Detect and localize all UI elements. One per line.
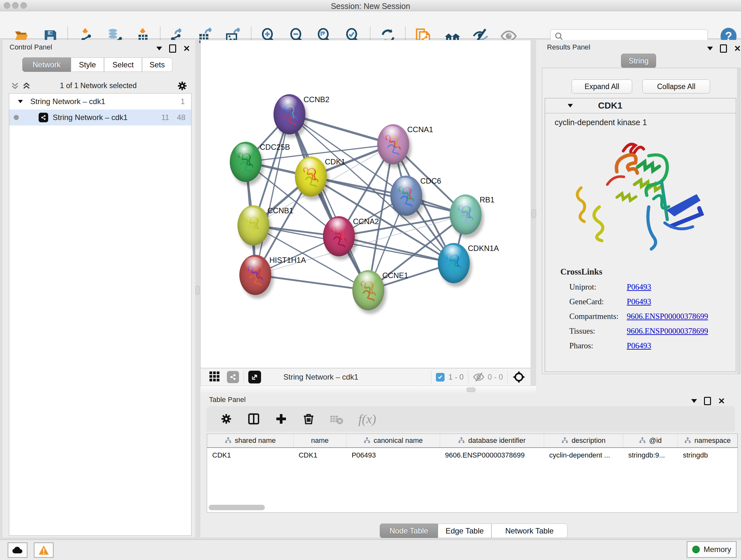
protein-result-card: CDK1 cyclin-dependent kinase 1 bbox=[545, 98, 736, 372]
cell-id[interactable]: stringdb:9... bbox=[623, 451, 678, 459]
tab-string[interactable]: String bbox=[621, 54, 656, 68]
network-tree: String Network – cdk1 1 String Network –… bbox=[9, 93, 192, 536]
warnings-button[interactable] bbox=[34, 543, 54, 558]
expand-all-button[interactable]: Expand All bbox=[571, 79, 632, 94]
fit-selection-crosshair-icon[interactable] bbox=[512, 370, 526, 384]
column-header-id[interactable]: @id bbox=[623, 434, 678, 447]
table-row[interactable]: CDK1CDK1P064939606.ENSP00000378699cyclin… bbox=[207, 448, 738, 462]
crosslink-link-tissues[interactable]: 9606.ENSP00000378699 bbox=[627, 327, 708, 335]
node-gloss-highlight bbox=[242, 207, 262, 223]
sitemap-icon bbox=[225, 437, 232, 444]
table-panel: Table Panel ✕ f(x) shared namenamecanoni… bbox=[200, 393, 741, 537]
network-node-ccne1[interactable] bbox=[352, 270, 384, 310]
horizontal-splitter-handle[interactable] bbox=[467, 388, 475, 392]
column-header-shared-name[interactable]: shared name bbox=[207, 434, 293, 447]
table-panel-close-icon[interactable]: ✕ bbox=[718, 398, 725, 404]
network-tree-root-row[interactable]: String Network – cdk1 1 bbox=[9, 94, 191, 110]
string-panel-toggle-icon[interactable] bbox=[227, 371, 239, 383]
crosslink-link-compartments[interactable]: 9606.ENSP00000378699 bbox=[627, 312, 708, 321]
cell-canonical-name[interactable]: P06493 bbox=[347, 451, 440, 459]
network-node-cdc25b[interactable] bbox=[230, 142, 262, 182]
node-gloss-highlight bbox=[278, 96, 298, 111]
network-label: String Network – cdk1 bbox=[53, 113, 128, 122]
node-table[interactable]: shared namenamecanonical namedatabase id… bbox=[207, 434, 738, 513]
sitemap-icon bbox=[639, 437, 646, 444]
show-columns-icon[interactable] bbox=[247, 413, 260, 425]
network-node-ccna1[interactable] bbox=[377, 124, 409, 165]
expand-all-networks-icon[interactable] bbox=[22, 81, 31, 91]
create-column-plus-icon[interactable] bbox=[275, 413, 287, 425]
control-panel-float-icon[interactable] bbox=[169, 44, 176, 53]
tab-select[interactable]: Select bbox=[104, 57, 142, 72]
node-gloss-highlight bbox=[234, 144, 254, 159]
birds-eye-view-icon[interactable] bbox=[209, 371, 220, 383]
network-view-canvas[interactable]: CCNB2CCNA1CDC25BCDK1CDC6RB1CCNB1CCNA2CDK… bbox=[200, 40, 531, 368]
tab-node-table[interactable]: Node Table bbox=[380, 523, 438, 538]
cell-namespace[interactable]: stringdb bbox=[678, 451, 738, 459]
table-tabs: Node Table Edge Table Network Table bbox=[380, 523, 567, 538]
cell-description[interactable]: cyclin-dependent ... bbox=[544, 451, 623, 459]
control-panel-menu-icon[interactable] bbox=[156, 47, 162, 51]
node-gloss-highlight bbox=[327, 218, 347, 233]
network-node-cdk1[interactable] bbox=[295, 157, 327, 197]
results-panel-close-icon[interactable]: ✕ bbox=[734, 45, 741, 52]
results-scrollbar-track[interactable] bbox=[737, 68, 740, 374]
selected-checkbox-icon[interactable] bbox=[436, 373, 445, 381]
tab-sets[interactable]: Sets bbox=[142, 57, 172, 72]
network-node-hist1h1a[interactable] bbox=[239, 255, 271, 295]
table-panel-menu-icon[interactable] bbox=[691, 399, 697, 403]
network-node-ccnb1[interactable] bbox=[238, 205, 269, 246]
vertical-splitter-handle[interactable] bbox=[532, 209, 536, 218]
tab-edge-table[interactable]: Edge Table bbox=[438, 523, 491, 538]
column-header-description[interactable]: description bbox=[544, 434, 623, 447]
network-options-gear-icon[interactable] bbox=[177, 80, 188, 93]
protein-name: CDK1 bbox=[598, 101, 622, 111]
column-header-name[interactable]: name bbox=[293, 434, 347, 447]
cell-database-identifier[interactable]: 9606.ENSP00000378699 bbox=[440, 451, 544, 459]
table-panel-float-icon[interactable] bbox=[704, 397, 711, 405]
cell-shared-name[interactable]: CDK1 bbox=[207, 451, 293, 459]
edge-count: 48 bbox=[177, 113, 185, 122]
network-selection-summary: 1 of 1 Network selected bbox=[35, 81, 162, 90]
collapse-all-button[interactable]: Collapse All bbox=[643, 79, 710, 94]
column-header-label: description bbox=[571, 436, 605, 445]
tab-style[interactable]: Style bbox=[71, 57, 104, 72]
crosslink-link-genecard[interactable]: P06493 bbox=[627, 297, 651, 306]
window-titlebar: Session: New Session bbox=[0, 0, 741, 11]
main-toolbar: ? bbox=[0, 11, 741, 39]
network-node-rb1[interactable] bbox=[450, 194, 482, 235]
crosslink-row: Pharos:P06493 bbox=[569, 338, 729, 353]
table-horizontal-scrollbar[interactable] bbox=[209, 505, 265, 510]
open-in-new-window-icon[interactable] bbox=[248, 371, 261, 383]
network-tree-row-selected[interactable]: String Network – cdk1 11 48 bbox=[9, 110, 191, 125]
tab-network[interactable]: Network bbox=[22, 57, 71, 72]
column-header-database-identifier[interactable]: database identifier bbox=[440, 434, 544, 447]
results-panel-float-icon[interactable] bbox=[720, 44, 727, 53]
hidden-eye-slash-icon[interactable] bbox=[473, 372, 484, 382]
cloud-status-button[interactable] bbox=[8, 543, 27, 558]
footer-separator bbox=[508, 371, 508, 383]
collapse-all-networks-icon[interactable] bbox=[10, 81, 20, 91]
node-label-cdc6: CDC6 bbox=[420, 177, 441, 186]
crosslink-link-uniprot[interactable]: P06493 bbox=[627, 283, 651, 292]
table-panel-title: Table Panel bbox=[209, 395, 246, 404]
vertical-splitter-handle[interactable] bbox=[195, 286, 200, 295]
memory-button[interactable]: Memory bbox=[687, 541, 737, 558]
crosslink-label: GeneCard: bbox=[569, 297, 627, 306]
column-header-namespace[interactable]: namespace bbox=[678, 434, 738, 447]
node-label-ccnb2: CCNB2 bbox=[304, 95, 329, 104]
cell-name[interactable]: CDK1 bbox=[293, 451, 347, 459]
delete-column-trash-icon[interactable] bbox=[302, 413, 315, 425]
tree-collapse-icon[interactable] bbox=[18, 100, 23, 103]
crosslink-link-pharos[interactable]: P06493 bbox=[627, 341, 651, 350]
control-panel-close-icon[interactable]: ✕ bbox=[183, 45, 190, 52]
network-node-ccna2[interactable] bbox=[323, 216, 355, 256]
network-node-cdkn1a[interactable] bbox=[438, 243, 470, 283]
network-node-ccnb2[interactable] bbox=[273, 94, 306, 134]
table-options-gear-icon[interactable] bbox=[220, 413, 232, 425]
card-collapse-icon[interactable] bbox=[568, 104, 573, 108]
network-node-cdc6[interactable] bbox=[390, 176, 422, 216]
tab-network-table[interactable]: Network Table bbox=[491, 523, 567, 538]
results-panel-menu-icon[interactable] bbox=[707, 47, 713, 51]
column-header-canonical-name[interactable]: canonical name bbox=[347, 434, 440, 447]
